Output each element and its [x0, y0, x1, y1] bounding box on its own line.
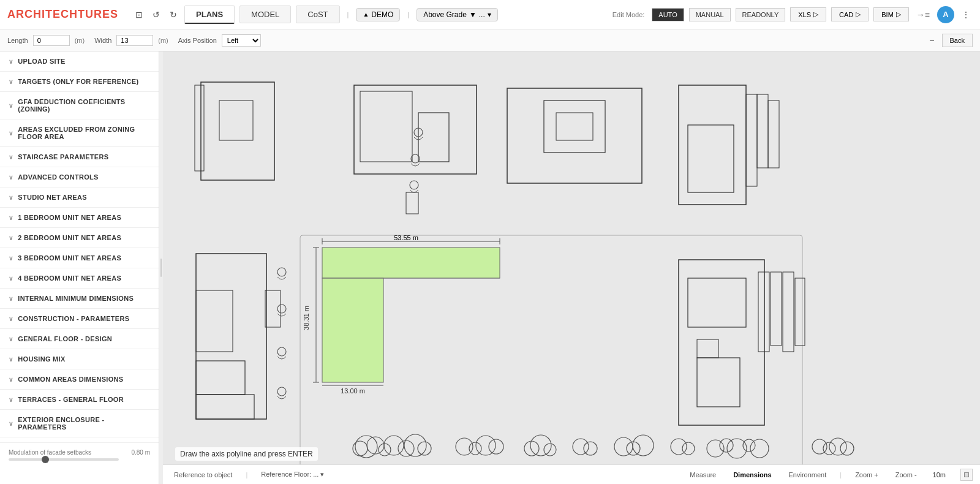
length-input[interactable] [33, 35, 70, 46]
chevron-icon: ∨ [9, 154, 13, 161]
slider-value: 0.80 m [131, 449, 150, 456]
top-navigation: ARCHITECHTURES ⊡ ↺ ↻ PLANS MODEL CoST | … [0, 0, 980, 29]
nav-separator2: | [407, 11, 409, 18]
length-unit: (m) [75, 37, 85, 44]
sidebar-item-staircase[interactable]: ∨ STAIRCASE PARAMETERS [0, 147, 159, 167]
sidebar-item-internal-dims[interactable]: ∨ INTERNAL MINIMUM DIMENSIONS [0, 289, 159, 309]
measure-button[interactable]: Measure [686, 470, 720, 480]
facade-slider-thumb[interactable] [42, 456, 49, 463]
sidebar-item-areas-excluded[interactable]: ∨ AREAS EXCLUDED FROM ZONING FLOOR AREA [0, 119, 159, 147]
nav-box-inner [964, 472, 969, 477]
sidebar-label: GENERAL FLOOR - DESIGN [18, 335, 112, 342]
chevron-icon: ∨ [9, 420, 13, 427]
svg-rect-28 [322, 248, 500, 278]
sidebar-item-general-floor[interactable]: ∨ GENERAL FLOOR - DESIGN [0, 329, 159, 349]
export-xls-button[interactable]: XLS ▷ [790, 7, 826, 21]
mode-readonly-button[interactable]: READONLY [736, 8, 786, 21]
user-menu-button[interactable]: ⋮ [959, 7, 973, 22]
dimension-38-label: 38.31 m [303, 306, 310, 330]
user-avatar[interactable]: A [937, 6, 954, 23]
chevron-icon: ∨ [9, 174, 13, 181]
width-label: Width [94, 37, 111, 44]
chevron-icon: ∨ [9, 78, 13, 85]
export-cad-button[interactable]: CAD ▷ [831, 7, 869, 21]
sidebar-item-studio-net[interactable]: ∨ STUDIO NET AREAS [0, 187, 159, 208]
axis-position-select[interactable]: Left Center Right [222, 34, 261, 47]
chevron-icon: ∨ [9, 336, 13, 342]
reference-floor-chevron: ▾ [320, 471, 324, 478]
xls-arrow: ▷ [813, 10, 818, 18]
grade-selector[interactable]: Above Grade ▼ ... ▾ [417, 8, 498, 21]
above-grade-label: Above Grade [423, 10, 467, 19]
sidebar-item-targets[interactable]: ∨ TARGETS (only for reference) [0, 72, 159, 92]
main-layout: ∨ UPLOAD SITE ∨ TARGETS (only for refere… [0, 51, 980, 484]
demo-up-arrow: ▲ [363, 11, 369, 18]
sidebar-label: 4 BEDROOM UNIT NET AREAS [18, 274, 121, 282]
sidebar-label: UPLOAD SITE [18, 58, 65, 65]
reference-floor-button[interactable]: Reference Floor: ... ▾ [257, 469, 328, 480]
grade-dropdown-arrow: ▾ [488, 10, 491, 19]
toolbar: Length (m) Width (m) Axis Position Left … [0, 29, 980, 51]
sidebar-label: 2 BEDROOM UNIT NET AREAS [18, 234, 121, 241]
mode-auto-button[interactable]: AUTO [652, 8, 684, 21]
tab-model[interactable]: MODEL [239, 6, 291, 23]
status-bar: Reference to object | Reference Floor: .… [163, 464, 980, 484]
mode-manual-button[interactable]: MANUAL [689, 8, 731, 21]
chevron-icon: ∨ [9, 255, 13, 262]
canvas-area[interactable]: 53.55 m 38.31 m 13.00 m 53.55 m [163, 51, 980, 484]
environment-button[interactable]: Environment [785, 470, 831, 480]
demo-label: DEMO [371, 10, 393, 19]
grade-chevron: ▼ [469, 10, 477, 19]
sidebar-label: STAIRCASE PARAMETERS [18, 153, 108, 161]
nav-box[interactable] [960, 469, 973, 481]
logo-text-c: HTURES [69, 8, 118, 20]
sidebar-item-construction[interactable]: ∨ CONSTRUCTION - PARAMETERS [0, 309, 159, 329]
sidebar-item-exterior-enclosure[interactable]: ∨ EXTERIOR ENCLOSURE - PARAMETERS [0, 410, 159, 437]
sidebar-item-gfa[interactable]: ∨ GFA DEDUCTION COEFICIENTS (ZONING) [0, 92, 159, 119]
sidebar-item-2bed[interactable]: ∨ 2 BEDROOM UNIT NET AREAS [0, 228, 159, 248]
sidebar-item-housing-mix[interactable]: ∨ HOUSING MIX [0, 349, 159, 369]
sidebar-label: TARGETS (only for reference) [18, 78, 138, 85]
window-icon[interactable]: ⊡ [133, 7, 145, 22]
back-button[interactable]: Back [942, 34, 973, 47]
sidebar: ∨ UPLOAD SITE ∨ TARGETS (only for refere… [0, 51, 159, 484]
bim-arrow: ▷ [896, 10, 901, 18]
sidebar-item-1bed[interactable]: ∨ 1 BEDROOM UNIT NET AREAS [0, 208, 159, 228]
reference-obj-button[interactable]: Reference to object [170, 470, 236, 480]
sidebar-label: GFA DEDUCTION COEFICIENTS (ZONING) [18, 98, 150, 113]
reference-floor-label: Reference Floor: ... [261, 471, 318, 478]
zoom-out-button[interactable]: Zoom - [892, 470, 921, 480]
sidebar-item-3bed[interactable]: ∨ 3 BEDROOM UNIT NET AREAS [0, 248, 159, 268]
sidebar-label: INTERNAL MINIMUM DIMENSIONS [18, 295, 134, 302]
more-options-button[interactable]: →≡ [914, 7, 932, 22]
cad-arrow: ▷ [856, 10, 861, 18]
width-input[interactable] [116, 35, 153, 46]
sidebar-label: STUDIO NET AREAS [18, 194, 87, 201]
toolbar-minus-button[interactable]: − [927, 33, 937, 48]
sidebar-item-terraces[interactable]: ∨ TERRACES - GENERAL FLOOR [0, 390, 159, 410]
nav-separator: | [347, 11, 349, 18]
chevron-icon: ∨ [9, 102, 13, 109]
svg-text:53.55 m: 53.55 m [394, 234, 418, 241]
undo-icon[interactable]: ↺ [150, 7, 162, 22]
tab-plans[interactable]: PLANS [184, 6, 235, 24]
redo-icon[interactable]: ↻ [167, 7, 179, 22]
status-sep2: | [840, 471, 842, 478]
zoom-in-button[interactable]: Zoom + [851, 470, 882, 480]
facade-slider-track [9, 458, 119, 461]
chevron-icon: ∨ [9, 396, 13, 403]
chevron-icon: ∨ [9, 316, 13, 322]
export-bim-button[interactable]: BIM ▷ [873, 7, 909, 21]
zoom-level: 10m [933, 471, 946, 478]
sidebar-item-common-areas[interactable]: ∨ COMMON AREAS DIMENSIONS [0, 369, 159, 390]
tab-cost[interactable]: CoST [296, 6, 339, 23]
dimensions-button[interactable]: Dimensions [729, 470, 775, 480]
demo-selector[interactable]: ▲ DEMO [356, 8, 400, 21]
sidebar-label: ADVANCED CONTROLS [18, 173, 98, 181]
chevron-icon: ∨ [9, 58, 13, 65]
slider-container: Modulation of facade setbacks 0.80 m [0, 442, 159, 467]
chevron-icon: ∨ [9, 295, 13, 302]
sidebar-item-4bed[interactable]: ∨ 4 BEDROOM UNIT NET AREAS [0, 268, 159, 289]
sidebar-item-upload-site[interactable]: ∨ UPLOAD SITE [0, 51, 159, 72]
sidebar-item-advanced-controls[interactable]: ∨ ADVANCED CONTROLS [0, 167, 159, 187]
